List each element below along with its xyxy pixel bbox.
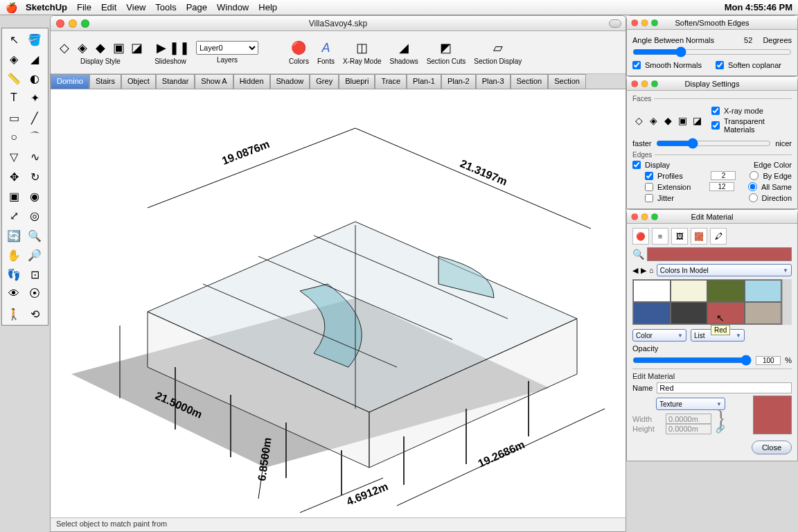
- swatch-white[interactable]: [633, 280, 671, 302]
- person-tool[interactable]: 🚶: [3, 304, 24, 323]
- tab-section1[interactable]: Section: [511, 74, 549, 89]
- fonts-icon[interactable]: A: [317, 39, 334, 56]
- by-edge-radio[interactable]: [750, 171, 759, 180]
- material-preview-swatch[interactable]: [753, 396, 792, 434]
- mat-wheel-icon[interactable]: 🔴: [632, 228, 649, 245]
- profiles-input[interactable]: [711, 171, 736, 180]
- zoom-extents-tool[interactable]: ⊡: [24, 265, 45, 284]
- angle-slider[interactable]: [632, 46, 792, 57]
- axes-tool[interactable]: ✦: [24, 88, 45, 107]
- mat-crayons-icon[interactable]: 🖍: [710, 228, 727, 245]
- face-shaded-icon[interactable]: ◆: [662, 114, 674, 127]
- followme-tool[interactable]: ◉: [24, 186, 45, 206]
- jitter-chk[interactable]: [645, 194, 653, 202]
- position-tool[interactable]: ⦿: [24, 284, 45, 303]
- play-icon[interactable]: ▶: [153, 39, 170, 56]
- tab-plan1[interactable]: Plan-1: [407, 74, 441, 89]
- move-tool[interactable]: ✥: [3, 167, 24, 186]
- section-display-icon[interactable]: ▱: [490, 39, 506, 56]
- tab-plan3[interactable]: Plan-3: [476, 74, 511, 89]
- mat-image-icon[interactable]: 🖼: [671, 228, 688, 245]
- arc-tool[interactable]: ⌒: [24, 127, 45, 147]
- tab-standard[interactable]: Standar: [156, 74, 195, 89]
- material-name-input[interactable]: [657, 382, 792, 393]
- menu-file[interactable]: File: [77, 2, 91, 12]
- tab-object[interactable]: Object: [121, 74, 156, 89]
- quality-slider[interactable]: [656, 138, 772, 149]
- face-hidden-icon[interactable]: ◈: [647, 114, 659, 127]
- circle-tool[interactable]: ○: [3, 127, 24, 147]
- rotate-tool[interactable]: ↻: [24, 167, 45, 186]
- link-icon[interactable]: 🔗: [716, 425, 725, 434]
- scale-tool[interactable]: ⤢: [3, 206, 24, 225]
- look-tool[interactable]: 👁: [3, 284, 24, 303]
- menu-window[interactable]: Window: [217, 2, 249, 12]
- pushpull-tool[interactable]: ▣: [3, 186, 24, 206]
- close-button[interactable]: Close: [752, 441, 792, 454]
- paint-tool[interactable]: 🪣: [24, 30, 45, 49]
- polygon-tool[interactable]: ▽: [3, 147, 24, 166]
- menu-help[interactable]: Help: [258, 2, 277, 12]
- swatch-scrollbar[interactable]: [782, 279, 792, 325]
- rectangle-tool[interactable]: ▭: [3, 108, 24, 127]
- xray-icon[interactable]: ◫: [354, 39, 371, 56]
- protractor-tool[interactable]: ◐: [24, 69, 45, 88]
- tab-domino[interactable]: Domino: [51, 74, 89, 89]
- direction-radio[interactable]: [749, 193, 758, 202]
- tab-plan2[interactable]: Plan-2: [441, 74, 476, 89]
- menu-edit[interactable]: Edit: [101, 2, 116, 12]
- zoom-prev-tool[interactable]: ⟲: [24, 304, 45, 323]
- xray-chk[interactable]: [711, 107, 720, 115]
- color-combo[interactable]: Color: [632, 329, 686, 342]
- layer-select[interactable]: Layer0: [196, 41, 258, 55]
- offset-tool[interactable]: ◎: [24, 206, 45, 225]
- line-tool[interactable]: ╱: [24, 108, 45, 127]
- zoom-tool[interactable]: 🔍: [24, 226, 45, 245]
- swatch-sky[interactable]: [745, 280, 782, 302]
- back-icon[interactable]: ◀: [632, 266, 638, 275]
- search-icon[interactable]: 🔍: [632, 249, 644, 260]
- pause-icon[interactable]: ❚❚: [171, 39, 188, 56]
- style-mono-icon[interactable]: ◪: [128, 39, 145, 56]
- tab-shadow[interactable]: Shadow: [270, 74, 310, 89]
- tape-tool[interactable]: 📏: [3, 69, 24, 88]
- style-texture-icon[interactable]: ▣: [110, 39, 127, 56]
- swatch-red[interactable]: ↖ Red: [707, 302, 745, 324]
- fwd-icon[interactable]: ▶: [641, 266, 646, 275]
- style-shaded-icon[interactable]: ◆: [92, 39, 109, 56]
- extension-input[interactable]: [709, 182, 734, 191]
- colors-icon[interactable]: 🔴: [290, 39, 307, 56]
- texture-combo[interactable]: Texture: [656, 398, 725, 410]
- transparent-chk[interactable]: [711, 121, 720, 130]
- swatch-blue[interactable]: [633, 302, 671, 324]
- tab-section2[interactable]: Section: [548, 74, 586, 89]
- orbit-tool[interactable]: 🔄: [3, 226, 24, 245]
- zoom-window-tool[interactable]: 🔎: [24, 245, 45, 265]
- eraser-tool[interactable]: ◢: [24, 49, 45, 69]
- freehand-tool[interactable]: ∿: [24, 147, 45, 166]
- select-tool[interactable]: ↖: [3, 30, 24, 49]
- smooth-normals-chk[interactable]: [632, 61, 641, 69]
- library-combo[interactable]: Colors In Model: [657, 264, 792, 276]
- all-same-radio[interactable]: [748, 182, 757, 191]
- style-hidden-icon[interactable]: ◈: [74, 39, 91, 56]
- display-edges-chk[interactable]: [632, 161, 641, 169]
- profiles-chk[interactable]: [645, 172, 653, 180]
- swatch-taupe[interactable]: [745, 302, 782, 324]
- opacity-input[interactable]: [756, 356, 781, 365]
- style-wireframe-icon[interactable]: ◇: [56, 39, 73, 56]
- component-tool[interactable]: ◈: [3, 49, 24, 69]
- viewport[interactable]: 19.0876m 21.3197m 21.5000m 6.8500m 4.691…: [51, 89, 626, 517]
- shadows-icon[interactable]: ◢: [396, 39, 412, 56]
- face-tex-icon[interactable]: ▣: [676, 114, 689, 127]
- extension-chk[interactable]: [645, 183, 653, 191]
- tab-hidden[interactable]: Hidden: [233, 74, 270, 89]
- current-color-preview[interactable]: [647, 247, 792, 261]
- tab-trace[interactable]: Trace: [375, 74, 407, 89]
- opacity-slider[interactable]: [632, 355, 752, 366]
- apple-icon[interactable]: 🍎: [6, 2, 17, 13]
- walk-tool[interactable]: 👣: [3, 265, 24, 284]
- app-name[interactable]: SketchUp: [26, 2, 67, 12]
- tab-show-all[interactable]: Show A: [195, 74, 233, 89]
- swatch-dark[interactable]: [671, 302, 708, 324]
